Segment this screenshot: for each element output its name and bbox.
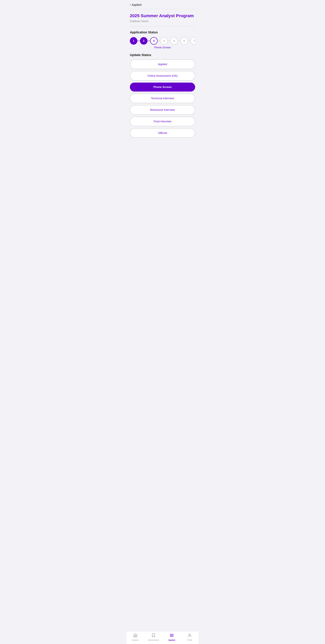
bookmark-icon [152,633,156,638]
back-label: Applied [132,3,142,6]
person-icon [188,633,192,638]
divider [130,26,195,26]
step-wrapper-7: 7 [190,37,195,44]
status-btn-behavioral-interview[interactable]: Behavioral Interview [130,105,195,115]
step-wrapper-4: 4 [160,37,168,44]
back-button[interactable]: ‹ Applied [130,3,142,7]
nav-label-bookmarked: Bookmarked [148,639,159,641]
main-content: 2025 Summer Analyst Program Goldman Sach… [126,9,198,157]
nav-item-applied[interactable]: Applied [167,633,177,641]
current-step-label: Phone Screen [130,46,195,49]
step-wrapper-5: 5 [170,37,178,44]
step-connector-1 [137,41,140,41]
company-name: Goldman Sachs [130,20,195,23]
update-status-title: Update Status [130,53,195,57]
step-circle-4[interactable]: 4 [160,37,168,44]
status-buttons-container: AppliedOnline Assessment (OA)Phone Scree… [130,60,195,138]
bottom-nav: Explore Bookmarked Applied Profile [126,631,198,644]
status-btn-technical-interview[interactable]: Technical Interview [130,94,195,103]
step-connector-2 [148,41,150,41]
home-icon [133,633,138,638]
status-btn-offered[interactable]: Offered [130,128,195,138]
status-stepper: 12345678 [130,37,195,44]
status-btn-applied[interactable]: Applied [130,60,195,69]
step-circle-1: 1 [130,37,137,44]
step-wrapper-1: 1 [130,37,137,44]
status-btn-final-interview[interactable]: Final Interview [130,117,195,126]
nav-item-bookmarked[interactable]: Bookmarked [148,633,159,641]
nav-item-profile[interactable]: Profile [184,633,195,641]
step-connector-6 [188,41,190,41]
step-circle-2: 2 [140,37,148,44]
step-connector-3 [158,41,160,41]
status-btn-phone-screen[interactable]: Phone Screen [130,82,195,92]
step-circle-7[interactable]: 7 [190,37,195,44]
back-arrow-icon: ‹ [130,3,131,7]
step-circle-3: 3 [150,37,158,44]
header: ‹ Applied [126,0,198,9]
step-wrapper-6: 6 [180,37,188,44]
step-wrapper-2: 2 [140,37,148,44]
nav-item-explore[interactable]: Explore [130,633,140,641]
job-title: 2025 Summer Analyst Program [130,13,195,18]
step-circle-6[interactable]: 6 [180,37,188,44]
step-wrapper-3: 3 [150,37,158,44]
list-icon [170,633,174,638]
nav-label-applied: Applied [168,639,175,641]
nav-label-explore: Explore [132,639,138,641]
nav-label-profile: Profile [187,639,192,641]
step-circle-5[interactable]: 5 [170,37,178,44]
step-connector-5 [178,41,180,41]
application-status-title: Application Status [130,30,195,34]
status-btn-online-assessment-oa[interactable]: Online Assessment (OA) [130,71,195,80]
svg-point-3 [189,634,190,635]
step-connector-4 [168,41,170,41]
